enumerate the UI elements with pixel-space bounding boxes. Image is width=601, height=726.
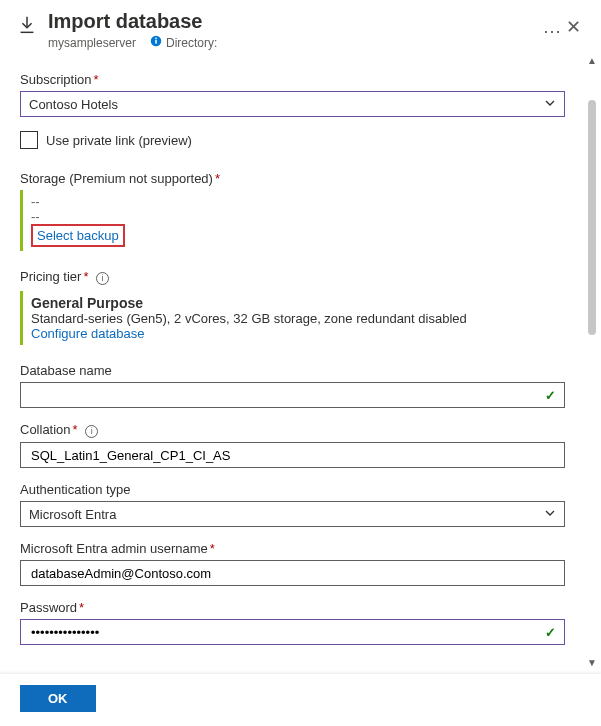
collation-input[interactable] [29,447,556,464]
dbname-input[interactable] [29,387,545,404]
import-database-icon [16,14,38,39]
storage-line2: -- [31,209,565,224]
close-button[interactable]: ✕ [562,10,585,44]
collation-label: Collation [20,422,71,437]
admin-label: Microsoft Entra admin username [20,541,208,556]
private-link-label: Use private link (preview) [46,133,192,148]
check-icon: ✓ [545,625,556,640]
dbname-label: Database name [20,363,112,378]
directory-label: Directory: [166,36,217,50]
select-backup-highlight: Select backup [31,224,125,247]
storage-label: Storage (Premium not supported) [20,171,213,186]
pricing-title: General Purpose [31,295,565,311]
ok-button[interactable]: OK [20,685,96,712]
page-title: Import database [48,10,537,33]
svg-rect-1 [155,40,157,44]
collation-info-icon[interactable]: i [85,425,98,438]
admin-input-wrapper [20,560,565,586]
configure-database-link[interactable]: Configure database [31,326,144,341]
private-link-checkbox[interactable] [20,131,38,149]
collation-input-wrapper [20,442,565,468]
pricing-block: General Purpose Standard-series (Gen5), … [20,291,565,345]
password-input[interactable] [29,624,545,641]
vertical-scrollbar[interactable]: ▲ ▼ [585,56,599,668]
authtype-value: Microsoft Entra [29,507,116,522]
pricing-info-icon[interactable]: i [96,272,109,285]
storage-line1: -- [31,194,565,209]
subscription-value: Contoso Hotels [29,97,118,112]
storage-block: -- -- Select backup [20,190,565,251]
info-icon [150,35,162,50]
pricing-label: Pricing tier [20,269,81,284]
svg-rect-2 [155,38,157,40]
scroll-down-arrow-icon[interactable]: ▼ [585,658,599,668]
chevron-down-icon [544,507,556,522]
subscription-label: Subscription [20,72,92,87]
admin-username-input[interactable] [29,565,556,582]
authtype-label: Authentication type [20,482,131,497]
chevron-down-icon [544,97,556,112]
pricing-desc: Standard-series (Gen5), 2 vCores, 32 GB … [31,311,565,326]
password-label: Password [20,600,77,615]
dbname-input-wrapper: ✓ [20,382,565,408]
scrollbar-thumb[interactable] [588,100,596,335]
more-options-button[interactable]: ⋯ [543,20,562,42]
check-icon: ✓ [545,388,556,403]
select-backup-link[interactable]: Select backup [37,228,119,243]
server-name: mysampleserver [48,36,136,50]
scroll-up-arrow-icon[interactable]: ▲ [585,56,599,66]
subscription-select[interactable]: Contoso Hotels [20,91,565,117]
password-input-wrapper: ✓ [20,619,565,645]
authtype-select[interactable]: Microsoft Entra [20,501,565,527]
